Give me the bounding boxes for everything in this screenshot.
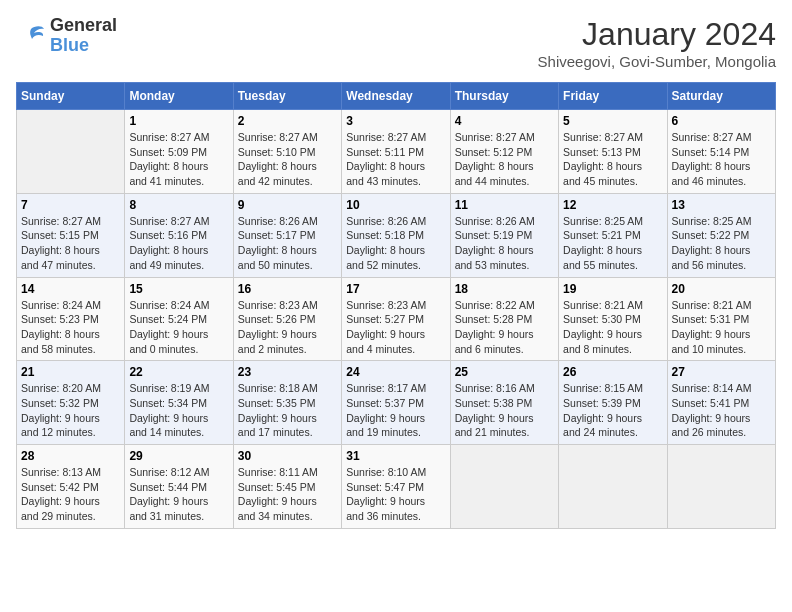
logo-icon — [16, 21, 46, 51]
day-number: 7 — [21, 198, 120, 212]
header-wednesday: Wednesday — [342, 83, 450, 110]
day-number: 18 — [455, 282, 554, 296]
calendar-cell: 18Sunrise: 8:22 AMSunset: 5:28 PMDayligh… — [450, 277, 558, 361]
logo: General Blue — [16, 16, 117, 56]
day-number: 23 — [238, 365, 337, 379]
day-number: 1 — [129, 114, 228, 128]
day-number: 9 — [238, 198, 337, 212]
day-number: 21 — [21, 365, 120, 379]
calendar-cell: 19Sunrise: 8:21 AMSunset: 5:30 PMDayligh… — [559, 277, 667, 361]
day-number: 25 — [455, 365, 554, 379]
day-number: 17 — [346, 282, 445, 296]
day-info: Sunrise: 8:24 AMSunset: 5:23 PMDaylight:… — [21, 298, 120, 357]
day-info: Sunrise: 8:26 AMSunset: 5:19 PMDaylight:… — [455, 214, 554, 273]
page-header: General Blue January 2024 Shiveegovi, Go… — [16, 16, 776, 70]
calendar-cell — [667, 445, 775, 529]
header-saturday: Saturday — [667, 83, 775, 110]
calendar-cell: 14Sunrise: 8:24 AMSunset: 5:23 PMDayligh… — [17, 277, 125, 361]
day-info: Sunrise: 8:19 AMSunset: 5:34 PMDaylight:… — [129, 381, 228, 440]
day-info: Sunrise: 8:27 AMSunset: 5:12 PMDaylight:… — [455, 130, 554, 189]
day-info: Sunrise: 8:25 AMSunset: 5:21 PMDaylight:… — [563, 214, 662, 273]
calendar-cell: 28Sunrise: 8:13 AMSunset: 5:42 PMDayligh… — [17, 445, 125, 529]
day-number: 16 — [238, 282, 337, 296]
day-info: Sunrise: 8:27 AMSunset: 5:16 PMDaylight:… — [129, 214, 228, 273]
calendar-week-4: 21Sunrise: 8:20 AMSunset: 5:32 PMDayligh… — [17, 361, 776, 445]
calendar-cell — [17, 110, 125, 194]
day-info: Sunrise: 8:21 AMSunset: 5:30 PMDaylight:… — [563, 298, 662, 357]
day-info: Sunrise: 8:27 AMSunset: 5:13 PMDaylight:… — [563, 130, 662, 189]
calendar-cell: 22Sunrise: 8:19 AMSunset: 5:34 PMDayligh… — [125, 361, 233, 445]
calendar-week-2: 7Sunrise: 8:27 AMSunset: 5:15 PMDaylight… — [17, 193, 776, 277]
calendar-cell: 15Sunrise: 8:24 AMSunset: 5:24 PMDayligh… — [125, 277, 233, 361]
day-info: Sunrise: 8:27 AMSunset: 5:14 PMDaylight:… — [672, 130, 771, 189]
calendar-cell: 6Sunrise: 8:27 AMSunset: 5:14 PMDaylight… — [667, 110, 775, 194]
day-number: 31 — [346, 449, 445, 463]
day-number: 29 — [129, 449, 228, 463]
month-title: January 2024 — [538, 16, 776, 53]
header-monday: Monday — [125, 83, 233, 110]
day-info: Sunrise: 8:16 AMSunset: 5:38 PMDaylight:… — [455, 381, 554, 440]
day-info: Sunrise: 8:26 AMSunset: 5:17 PMDaylight:… — [238, 214, 337, 273]
day-info: Sunrise: 8:27 AMSunset: 5:10 PMDaylight:… — [238, 130, 337, 189]
calendar-cell: 10Sunrise: 8:26 AMSunset: 5:18 PMDayligh… — [342, 193, 450, 277]
calendar-cell — [559, 445, 667, 529]
calendar-cell: 4Sunrise: 8:27 AMSunset: 5:12 PMDaylight… — [450, 110, 558, 194]
day-number: 24 — [346, 365, 445, 379]
day-info: Sunrise: 8:25 AMSunset: 5:22 PMDaylight:… — [672, 214, 771, 273]
day-info: Sunrise: 8:21 AMSunset: 5:31 PMDaylight:… — [672, 298, 771, 357]
header-friday: Friday — [559, 83, 667, 110]
day-number: 4 — [455, 114, 554, 128]
day-number: 11 — [455, 198, 554, 212]
day-info: Sunrise: 8:13 AMSunset: 5:42 PMDaylight:… — [21, 465, 120, 524]
day-number: 27 — [672, 365, 771, 379]
calendar-cell: 12Sunrise: 8:25 AMSunset: 5:21 PMDayligh… — [559, 193, 667, 277]
day-info: Sunrise: 8:27 AMSunset: 5:11 PMDaylight:… — [346, 130, 445, 189]
title-block: January 2024 Shiveegovi, Govi-Sumber, Mo… — [538, 16, 776, 70]
day-info: Sunrise: 8:27 AMSunset: 5:09 PMDaylight:… — [129, 130, 228, 189]
calendar-header-row: SundayMondayTuesdayWednesdayThursdayFrid… — [17, 83, 776, 110]
day-info: Sunrise: 8:27 AMSunset: 5:15 PMDaylight:… — [21, 214, 120, 273]
calendar-cell: 1Sunrise: 8:27 AMSunset: 5:09 PMDaylight… — [125, 110, 233, 194]
subtitle: Shiveegovi, Govi-Sumber, Mongolia — [538, 53, 776, 70]
day-number: 26 — [563, 365, 662, 379]
day-number: 15 — [129, 282, 228, 296]
day-number: 30 — [238, 449, 337, 463]
day-number: 10 — [346, 198, 445, 212]
calendar-cell: 3Sunrise: 8:27 AMSunset: 5:11 PMDaylight… — [342, 110, 450, 194]
day-number: 12 — [563, 198, 662, 212]
day-info: Sunrise: 8:23 AMSunset: 5:27 PMDaylight:… — [346, 298, 445, 357]
calendar-cell — [450, 445, 558, 529]
calendar-cell: 2Sunrise: 8:27 AMSunset: 5:10 PMDaylight… — [233, 110, 341, 194]
day-number: 19 — [563, 282, 662, 296]
header-sunday: Sunday — [17, 83, 125, 110]
day-info: Sunrise: 8:17 AMSunset: 5:37 PMDaylight:… — [346, 381, 445, 440]
calendar-cell: 8Sunrise: 8:27 AMSunset: 5:16 PMDaylight… — [125, 193, 233, 277]
calendar-week-3: 14Sunrise: 8:24 AMSunset: 5:23 PMDayligh… — [17, 277, 776, 361]
calendar-cell: 31Sunrise: 8:10 AMSunset: 5:47 PMDayligh… — [342, 445, 450, 529]
header-tuesday: Tuesday — [233, 83, 341, 110]
calendar-table: SundayMondayTuesdayWednesdayThursdayFrid… — [16, 82, 776, 529]
calendar-cell: 25Sunrise: 8:16 AMSunset: 5:38 PMDayligh… — [450, 361, 558, 445]
day-number: 20 — [672, 282, 771, 296]
calendar-cell: 24Sunrise: 8:17 AMSunset: 5:37 PMDayligh… — [342, 361, 450, 445]
calendar-week-5: 28Sunrise: 8:13 AMSunset: 5:42 PMDayligh… — [17, 445, 776, 529]
calendar-cell: 11Sunrise: 8:26 AMSunset: 5:19 PMDayligh… — [450, 193, 558, 277]
day-info: Sunrise: 8:10 AMSunset: 5:47 PMDaylight:… — [346, 465, 445, 524]
day-number: 6 — [672, 114, 771, 128]
calendar-cell: 7Sunrise: 8:27 AMSunset: 5:15 PMDaylight… — [17, 193, 125, 277]
day-number: 14 — [21, 282, 120, 296]
day-info: Sunrise: 8:11 AMSunset: 5:45 PMDaylight:… — [238, 465, 337, 524]
day-info: Sunrise: 8:12 AMSunset: 5:44 PMDaylight:… — [129, 465, 228, 524]
day-number: 3 — [346, 114, 445, 128]
day-info: Sunrise: 8:15 AMSunset: 5:39 PMDaylight:… — [563, 381, 662, 440]
day-info: Sunrise: 8:23 AMSunset: 5:26 PMDaylight:… — [238, 298, 337, 357]
day-number: 13 — [672, 198, 771, 212]
day-number: 28 — [21, 449, 120, 463]
day-number: 2 — [238, 114, 337, 128]
calendar-cell: 13Sunrise: 8:25 AMSunset: 5:22 PMDayligh… — [667, 193, 775, 277]
day-number: 5 — [563, 114, 662, 128]
calendar-cell: 17Sunrise: 8:23 AMSunset: 5:27 PMDayligh… — [342, 277, 450, 361]
calendar-cell: 23Sunrise: 8:18 AMSunset: 5:35 PMDayligh… — [233, 361, 341, 445]
day-info: Sunrise: 8:18 AMSunset: 5:35 PMDaylight:… — [238, 381, 337, 440]
day-info: Sunrise: 8:14 AMSunset: 5:41 PMDaylight:… — [672, 381, 771, 440]
